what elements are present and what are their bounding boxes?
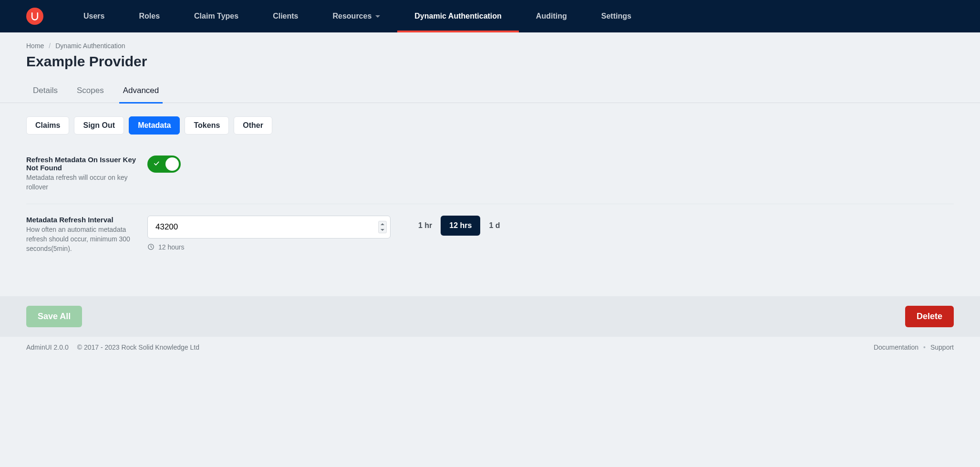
page-header: Home / Dynamic Authentication Example Pr… (0, 32, 980, 103)
input-wrap (147, 216, 391, 239)
pill-tokens[interactable]: Tokens (185, 116, 229, 135)
nav-clients[interactable]: Clients (256, 0, 315, 32)
page-title: Example Provider (26, 53, 954, 70)
arrow-down-icon (381, 229, 384, 231)
nav-users[interactable]: Users (66, 0, 122, 32)
preset-1hr[interactable]: 1 hr (410, 216, 441, 236)
save-button[interactable]: Save All (26, 306, 82, 327)
setting-label: Refresh Metadata On Issuer Key Not Found… (26, 156, 138, 192)
nav-dynamic-authentication[interactable]: Dynamic Authentication (397, 0, 519, 32)
navbar-items: Users Roles Claim Types Clients Resource… (66, 0, 649, 32)
breadcrumb: Home / Dynamic Authentication (26, 42, 954, 50)
pill-claims[interactable]: Claims (26, 116, 69, 135)
dot-separator: • (923, 343, 926, 351)
tab-advanced[interactable]: Advanced (122, 81, 160, 103)
breadcrumb-home[interactable]: Home (26, 42, 44, 50)
interval-presets: 1 hr 12 hrs 1 d (410, 216, 509, 236)
tab-label: Scopes (77, 86, 104, 95)
interval-input-block: 12 hours (147, 216, 391, 251)
footer: AdminUI 2.0.0 © 2017 - 2023 Rock Solid K… (0, 337, 980, 358)
check-icon (153, 160, 160, 168)
chevron-down-icon (375, 15, 380, 18)
toggle-knob (165, 157, 179, 171)
setting-title: Metadata Refresh Interval (26, 216, 138, 224)
toggle-refresh-on-key[interactable] (147, 156, 181, 173)
nav-label: Claim Types (194, 12, 238, 21)
setting-label: Metadata Refresh Interval How often an a… (26, 216, 138, 254)
logo-icon (30, 11, 40, 21)
interval-input[interactable] (147, 216, 391, 239)
nav-label: Roles (139, 12, 160, 21)
interval-helper: 12 hours (147, 243, 391, 251)
setting-desc: How often an automatic metadata refresh … (26, 225, 138, 254)
tab-details[interactable]: Details (32, 81, 59, 103)
setting-title: Refresh Metadata On Issuer Key Not Found (26, 156, 138, 172)
helper-text: 12 hours (158, 243, 184, 251)
content: Claims Sign Out Metadata Tokens Other Re… (0, 103, 980, 277)
preset-12hrs[interactable]: 12 hrs (441, 216, 480, 236)
nav-resources[interactable]: Resources (315, 0, 397, 32)
pill-sign-out[interactable]: Sign Out (74, 116, 124, 135)
pill-metadata[interactable]: Metadata (129, 116, 180, 135)
tabs: Details Scopes Advanced (26, 81, 954, 103)
tab-scopes[interactable]: Scopes (76, 81, 105, 103)
delete-button[interactable]: Delete (905, 306, 954, 327)
pill-tabs: Claims Sign Out Metadata Tokens Other (26, 116, 954, 135)
arrow-up-icon (381, 223, 384, 225)
nav-label: Auditing (536, 12, 567, 21)
logo[interactable] (26, 8, 43, 25)
setting-value (147, 156, 954, 192)
setting-desc: Metadata refresh will occur on key rollo… (26, 173, 138, 192)
tab-label: Details (33, 86, 58, 95)
nav-claim-types[interactable]: Claim Types (177, 0, 256, 32)
clock-icon (147, 243, 155, 250)
footer-copyright: © 2017 - 2023 Rock Solid Knowledge Ltd (77, 343, 199, 351)
nav-label: Users (83, 12, 104, 21)
footer-left: AdminUI 2.0.0 © 2017 - 2023 Rock Solid K… (26, 343, 199, 351)
nav-label: Dynamic Authentication (414, 12, 502, 21)
navbar: Users Roles Claim Types Clients Resource… (0, 0, 980, 32)
number-spinner (378, 221, 387, 233)
setting-value: 12 hours 1 hr 12 hrs 1 d (147, 216, 954, 254)
nav-settings[interactable]: Settings (584, 0, 649, 32)
tab-label: Advanced (123, 86, 159, 95)
footer-documentation-link[interactable]: Documentation (874, 343, 918, 351)
breadcrumb-current: Dynamic Authentication (55, 42, 125, 50)
breadcrumb-separator: / (49, 42, 51, 50)
setting-refresh-on-key: Refresh Metadata On Issuer Key Not Found… (26, 144, 954, 204)
setting-interval: Metadata Refresh Interval How often an a… (26, 204, 954, 265)
footer-support-link[interactable]: Support (930, 343, 954, 351)
preset-1d[interactable]: 1 d (480, 216, 508, 236)
footer-right: Documentation • Support (874, 343, 954, 351)
nav-label: Clients (273, 12, 298, 21)
spinner-up[interactable] (379, 221, 386, 227)
pill-other[interactable]: Other (234, 116, 272, 135)
nav-label: Settings (601, 12, 631, 21)
action-bar: Save All Delete (0, 296, 980, 337)
spinner-down[interactable] (379, 227, 386, 233)
nav-label: Resources (332, 12, 371, 21)
nav-auditing[interactable]: Auditing (519, 0, 584, 32)
footer-app: AdminUI 2.0.0 (26, 343, 69, 351)
nav-roles[interactable]: Roles (122, 0, 177, 32)
